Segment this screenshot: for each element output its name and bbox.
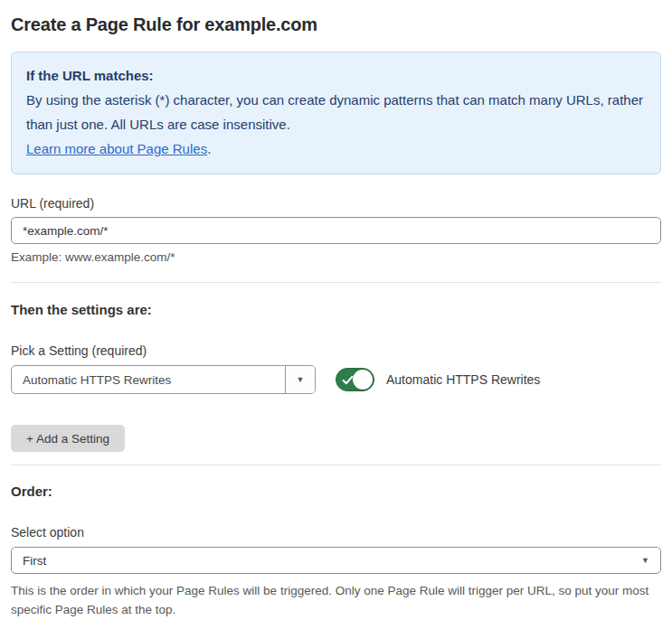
info-box-body: By using the asterisk (*) character, you… (26, 88, 646, 136)
setting-toggle-on[interactable] (336, 368, 374, 391)
chevron-down-icon: ▼ (297, 376, 305, 384)
info-box-link-line: Learn more about Page Rules. (26, 136, 646, 161)
url-input[interactable] (11, 217, 661, 244)
page-title: Create a Page Rule for example.com (11, 13, 661, 36)
order-select-label: Select option (11, 525, 661, 540)
link-suffix: . (207, 141, 211, 156)
section-divider (11, 282, 661, 283)
url-field-label: URL (required) (11, 196, 661, 211)
setting-dropdown[interactable]: Automatic HTTPS Rewrites ▼ (11, 365, 316, 394)
learn-more-link[interactable]: Learn more about Page Rules (26, 141, 207, 156)
chevron-down-icon: ▼ (641, 557, 649, 565)
section-divider (11, 465, 661, 465)
toggle-knob (353, 370, 373, 390)
order-select-value: First (23, 554, 46, 568)
setting-dropdown-arrow-button[interactable]: ▼ (285, 366, 315, 393)
order-select[interactable]: First ▼ (11, 547, 661, 574)
add-setting-button[interactable]: + Add a Setting (11, 425, 125, 452)
pick-setting-label: Pick a Setting (required) (11, 343, 661, 358)
setting-dropdown-value: Automatic HTTPS Rewrites (12, 366, 285, 393)
settings-section-heading: Then the settings are: (11, 302, 661, 317)
url-matches-info-box: If the URL matches: By using the asteris… (11, 52, 661, 174)
order-helper-text: This is the order in which your Page Rul… (11, 581, 661, 619)
setting-row: Automatic HTTPS Rewrites ▼ Automatic HTT… (11, 365, 661, 394)
info-box-heading: If the URL matches: (26, 63, 646, 88)
toggle-setting-label: Automatic HTTPS Rewrites (386, 372, 540, 387)
order-section-heading: Order: (11, 484, 661, 499)
create-page-rule-form: Create a Page Rule for example.com If th… (0, 0, 672, 620)
url-helper-text: Example: www.example.com/* (11, 250, 661, 264)
